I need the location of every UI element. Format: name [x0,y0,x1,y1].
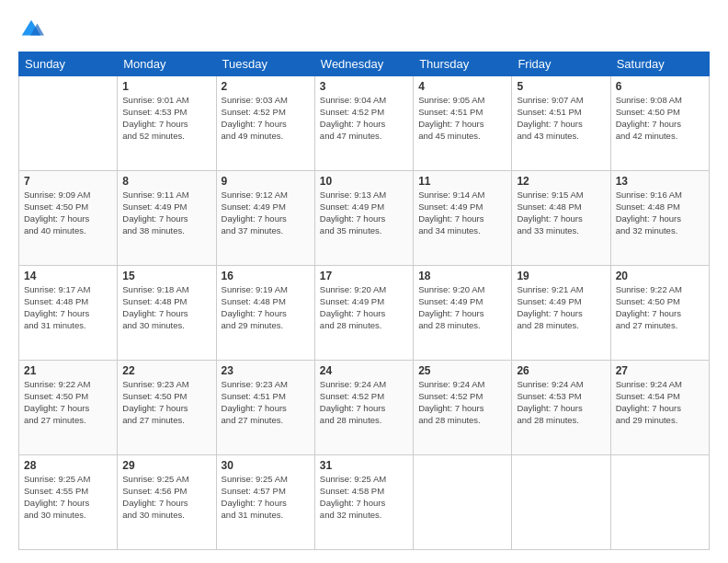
calendar-cell: 15Sunrise: 9:18 AM Sunset: 4:48 PM Dayli… [118,266,216,361]
calendar-cell: 6Sunrise: 9:08 AM Sunset: 4:50 PM Daylig… [610,76,709,171]
day-number: 24 [320,363,408,378]
day-info: Sunrise: 9:03 AM Sunset: 4:52 PM Dayligh… [222,95,310,142]
day-info: Sunrise: 9:25 AM Sunset: 4:57 PM Dayligh… [222,474,310,521]
calendar-week-1: 1Sunrise: 9:01 AM Sunset: 4:53 PM Daylig… [19,76,710,171]
day-info: Sunrise: 9:09 AM Sunset: 4:50 PM Dayligh… [24,190,112,236]
day-number: 7 [24,174,112,189]
calendar-cell: 31Sunrise: 9:25 AM Sunset: 4:58 PM Dayli… [314,455,413,550]
calendar-cell [19,76,118,171]
day-number: 15 [122,269,210,283]
day-info: Sunrise: 9:20 AM Sunset: 4:49 PM Dayligh… [418,284,506,331]
day-number: 13 [616,174,704,189]
day-info: Sunrise: 9:16 AM Sunset: 4:48 PM Dayligh… [616,190,704,236]
calendar-cell [414,455,512,550]
day-info: Sunrise: 9:07 AM Sunset: 4:51 PM Dayligh… [517,95,605,142]
header [18,17,710,42]
day-info: Sunrise: 9:12 AM Sunset: 4:49 PM Dayligh… [222,190,310,236]
calendar-week-5: 28Sunrise: 9:25 AM Sunset: 4:55 PM Dayli… [19,455,710,550]
day-number: 10 [320,174,408,189]
day-number: 22 [122,363,210,378]
day-number: 11 [418,174,506,189]
day-info: Sunrise: 9:24 AM Sunset: 4:54 PM Dayligh… [616,379,704,426]
calendar-cell: 29Sunrise: 9:25 AM Sunset: 4:56 PM Dayli… [118,455,216,550]
day-info: Sunrise: 9:22 AM Sunset: 4:50 PM Dayligh… [24,379,112,426]
day-number: 20 [616,269,704,283]
day-info: Sunrise: 9:24 AM Sunset: 4:53 PM Dayligh… [517,379,605,426]
day-number: 6 [616,79,704,94]
calendar-cell: 30Sunrise: 9:25 AM Sunset: 4:57 PM Dayli… [216,455,314,550]
calendar-cell: 23Sunrise: 9:23 AM Sunset: 4:51 PM Dayli… [216,361,314,455]
day-info: Sunrise: 9:11 AM Sunset: 4:49 PM Dayligh… [122,190,210,236]
calendar-cell: 28Sunrise: 9:25 AM Sunset: 4:55 PM Dayli… [19,455,118,550]
weekday-header-monday: Monday [118,52,216,76]
day-number: 16 [222,269,310,283]
day-number: 9 [222,174,310,189]
calendar-cell: 21Sunrise: 9:22 AM Sunset: 4:50 PM Dayli… [19,361,118,455]
day-info: Sunrise: 9:08 AM Sunset: 4:50 PM Dayligh… [616,95,704,142]
page: SundayMondayTuesdayWednesdayThursdayFrid… [0,0,728,563]
day-number: 14 [24,269,112,283]
day-info: Sunrise: 9:01 AM Sunset: 4:53 PM Dayligh… [122,95,210,142]
day-info: Sunrise: 9:21 AM Sunset: 4:49 PM Dayligh… [517,284,605,331]
calendar-cell: 2Sunrise: 9:03 AM Sunset: 4:52 PM Daylig… [216,76,314,171]
calendar-cell: 16Sunrise: 9:19 AM Sunset: 4:48 PM Dayli… [216,266,314,361]
day-number: 27 [616,363,704,378]
day-number: 18 [418,269,506,283]
day-info: Sunrise: 9:19 AM Sunset: 4:48 PM Dayligh… [222,284,310,331]
day-info: Sunrise: 9:15 AM Sunset: 4:48 PM Dayligh… [517,190,605,236]
day-number: 8 [122,174,210,189]
day-number: 12 [517,174,605,189]
calendar-cell: 14Sunrise: 9:17 AM Sunset: 4:48 PM Dayli… [19,266,118,361]
calendar-cell: 10Sunrise: 9:13 AM Sunset: 4:49 PM Dayli… [314,171,413,266]
calendar-cell: 12Sunrise: 9:15 AM Sunset: 4:48 PM Dayli… [512,171,610,266]
day-info: Sunrise: 9:25 AM Sunset: 4:55 PM Dayligh… [24,474,112,521]
calendar-week-3: 14Sunrise: 9:17 AM Sunset: 4:48 PM Dayli… [19,266,710,361]
day-info: Sunrise: 9:24 AM Sunset: 4:52 PM Dayligh… [320,379,408,426]
day-number: 1 [122,79,210,94]
calendar-cell: 27Sunrise: 9:24 AM Sunset: 4:54 PM Dayli… [610,361,709,455]
calendar-cell: 17Sunrise: 9:20 AM Sunset: 4:49 PM Dayli… [314,266,413,361]
calendar-cell: 26Sunrise: 9:24 AM Sunset: 4:53 PM Dayli… [512,361,610,455]
calendar-cell: 3Sunrise: 9:04 AM Sunset: 4:52 PM Daylig… [314,76,413,171]
day-number: 26 [517,363,605,378]
weekday-header-tuesday: Tuesday [216,52,314,76]
day-number: 5 [517,79,605,94]
weekday-header-thursday: Thursday [414,52,512,76]
day-info: Sunrise: 9:17 AM Sunset: 4:48 PM Dayligh… [24,284,112,331]
day-info: Sunrise: 9:04 AM Sunset: 4:52 PM Dayligh… [320,95,408,142]
calendar-cell: 7Sunrise: 9:09 AM Sunset: 4:50 PM Daylig… [19,171,118,266]
calendar-cell: 1Sunrise: 9:01 AM Sunset: 4:53 PM Daylig… [118,76,216,171]
calendar-cell: 11Sunrise: 9:14 AM Sunset: 4:49 PM Dayli… [414,171,512,266]
day-info: Sunrise: 9:05 AM Sunset: 4:51 PM Dayligh… [418,95,506,142]
calendar-cell: 22Sunrise: 9:23 AM Sunset: 4:50 PM Dayli… [118,361,216,455]
day-number: 30 [222,458,310,473]
day-info: Sunrise: 9:14 AM Sunset: 4:49 PM Dayligh… [418,190,506,236]
day-number: 25 [418,363,506,378]
day-info: Sunrise: 9:23 AM Sunset: 4:51 PM Dayligh… [222,379,310,426]
calendar-cell: 8Sunrise: 9:11 AM Sunset: 4:49 PM Daylig… [118,171,216,266]
day-info: Sunrise: 9:20 AM Sunset: 4:49 PM Dayligh… [320,284,408,331]
day-number: 19 [517,269,605,283]
day-number: 2 [222,79,310,94]
calendar-cell: 5Sunrise: 9:07 AM Sunset: 4:51 PM Daylig… [512,76,610,171]
weekday-header-saturday: Saturday [610,52,709,76]
day-number: 4 [418,79,506,94]
weekday-header-sunday: Sunday [19,52,118,76]
logo-icon [18,17,44,42]
day-number: 29 [122,458,210,473]
calendar-cell [512,455,610,550]
day-number: 31 [320,458,408,473]
weekday-header-friday: Friday [512,52,610,76]
day-info: Sunrise: 9:18 AM Sunset: 4:48 PM Dayligh… [122,284,210,331]
calendar-cell: 4Sunrise: 9:05 AM Sunset: 4:51 PM Daylig… [414,76,512,171]
calendar-cell: 18Sunrise: 9:20 AM Sunset: 4:49 PM Dayli… [414,266,512,361]
calendar-cell: 20Sunrise: 9:22 AM Sunset: 4:50 PM Dayli… [610,266,709,361]
calendar-cell: 13Sunrise: 9:16 AM Sunset: 4:48 PM Dayli… [610,171,709,266]
day-number: 23 [222,363,310,378]
day-info: Sunrise: 9:24 AM Sunset: 4:52 PM Dayligh… [418,379,506,426]
day-info: Sunrise: 9:22 AM Sunset: 4:50 PM Dayligh… [616,284,704,331]
calendar-week-4: 21Sunrise: 9:22 AM Sunset: 4:50 PM Dayli… [19,361,710,455]
logo [18,17,48,42]
calendar-cell: 24Sunrise: 9:24 AM Sunset: 4:52 PM Dayli… [314,361,413,455]
calendar-cell: 25Sunrise: 9:24 AM Sunset: 4:52 PM Dayli… [414,361,512,455]
